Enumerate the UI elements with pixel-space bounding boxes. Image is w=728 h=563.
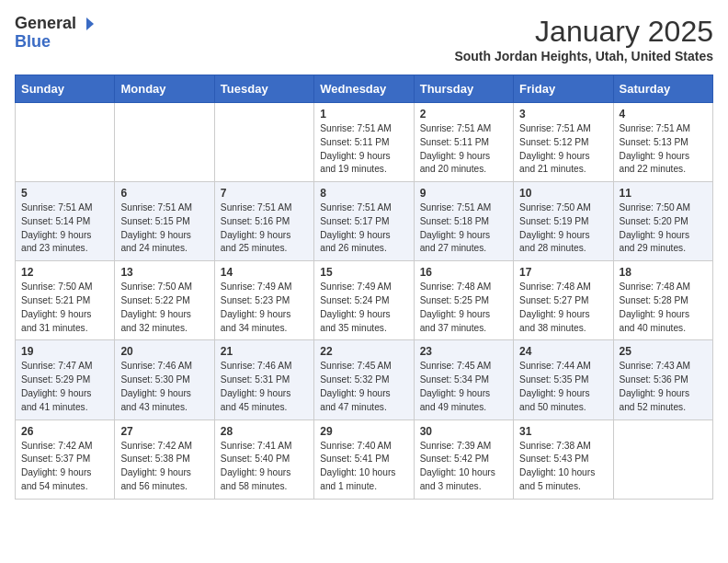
day-number: 11 — [620, 187, 707, 200]
day-number: 5 — [21, 187, 108, 200]
day-info: Sunrise: 7:50 AMSunset: 5:22 PMDaylight:… — [120, 281, 208, 335]
calendar-cell: 18Sunrise: 7:48 AMSunset: 5:28 PMDayligh… — [613, 261, 712, 340]
day-info: Sunrise: 7:38 AMSunset: 5:43 PMDaylight:… — [519, 440, 607, 494]
calendar-cell: 25Sunrise: 7:43 AMSunset: 5:36 PMDayligh… — [613, 340, 712, 419]
day-number: 17 — [519, 266, 607, 279]
day-info: Sunrise: 7:42 AMSunset: 5:38 PMDaylight:… — [120, 440, 208, 494]
calendar-cell: 2Sunrise: 7:51 AMSunset: 5:11 PMDaylight… — [414, 103, 513, 182]
day-info: Sunrise: 7:51 AMSunset: 5:17 PMDaylight:… — [320, 201, 407, 256]
weekday-header-wednesday: Wednesday — [314, 75, 414, 103]
location-subtitle: South Jordan Heights, Utah, United State… — [454, 49, 713, 63]
day-info: Sunrise: 7:49 AMSunset: 5:23 PMDaylight:… — [221, 281, 308, 335]
day-info: Sunrise: 7:45 AMSunset: 5:32 PMDaylight:… — [320, 360, 407, 414]
day-number: 1 — [320, 108, 407, 121]
day-number: 14 — [221, 266, 308, 279]
day-number: 26 — [21, 425, 108, 438]
day-info: Sunrise: 7:51 AMSunset: 5:16 PMDaylight:… — [221, 201, 308, 256]
calendar-cell: 23Sunrise: 7:45 AMSunset: 5:34 PMDayligh… — [414, 340, 513, 419]
day-number: 23 — [420, 345, 507, 358]
day-number: 9 — [420, 187, 507, 200]
calendar-cell: 11Sunrise: 7:50 AMSunset: 5:20 PMDayligh… — [613, 182, 712, 261]
calendar-cell: 16Sunrise: 7:48 AMSunset: 5:25 PMDayligh… — [414, 261, 513, 340]
day-number: 16 — [420, 266, 507, 279]
day-number: 24 — [519, 345, 607, 358]
calendar-cell: 9Sunrise: 7:51 AMSunset: 5:18 PMDaylight… — [414, 182, 513, 261]
day-info: Sunrise: 7:47 AMSunset: 5:29 PMDaylight:… — [21, 360, 108, 414]
day-number: 12 — [21, 266, 108, 279]
calendar-cell: 20Sunrise: 7:46 AMSunset: 5:30 PMDayligh… — [115, 340, 214, 419]
day-number: 6 — [120, 187, 208, 200]
day-number: 30 — [420, 425, 507, 438]
day-number: 22 — [320, 345, 407, 358]
day-number: 3 — [519, 108, 607, 121]
day-info: Sunrise: 7:51 AMSunset: 5:13 PMDaylight:… — [620, 122, 707, 177]
logo-general: General — [15, 15, 76, 33]
weekday-header-thursday: Thursday — [414, 75, 513, 103]
day-info: Sunrise: 7:42 AMSunset: 5:37 PMDaylight:… — [21, 440, 108, 494]
calendar-cell: 12Sunrise: 7:50 AMSunset: 5:21 PMDayligh… — [16, 261, 115, 340]
day-info: Sunrise: 7:48 AMSunset: 5:28 PMDaylight:… — [620, 281, 707, 335]
page-header: General Blue January 2025 South Jordan H… — [15, 15, 713, 63]
calendar-cell: 7Sunrise: 7:51 AMSunset: 5:16 PMDaylight… — [214, 182, 313, 261]
day-number: 25 — [620, 345, 707, 358]
calendar-cell: 15Sunrise: 7:49 AMSunset: 5:24 PMDayligh… — [314, 261, 414, 340]
calendar-cell: 5Sunrise: 7:51 AMSunset: 5:14 PMDaylight… — [16, 182, 115, 261]
weekday-header-tuesday: Tuesday — [214, 75, 313, 103]
calendar-cell: 27Sunrise: 7:42 AMSunset: 5:38 PMDayligh… — [115, 419, 214, 499]
calendar-cell: 30Sunrise: 7:39 AMSunset: 5:42 PMDayligh… — [414, 419, 513, 499]
calendar-cell: 31Sunrise: 7:38 AMSunset: 5:43 PMDayligh… — [514, 419, 613, 499]
day-number: 18 — [620, 266, 707, 279]
day-info: Sunrise: 7:50 AMSunset: 5:19 PMDaylight:… — [519, 201, 607, 256]
day-info: Sunrise: 7:40 AMSunset: 5:41 PMDaylight:… — [320, 440, 407, 494]
calendar-cell: 6Sunrise: 7:51 AMSunset: 5:15 PMDaylight… — [115, 182, 214, 261]
calendar-cell: 29Sunrise: 7:40 AMSunset: 5:41 PMDayligh… — [314, 419, 414, 499]
calendar-cell: 22Sunrise: 7:45 AMSunset: 5:32 PMDayligh… — [314, 340, 414, 419]
day-info: Sunrise: 7:50 AMSunset: 5:21 PMDaylight:… — [21, 281, 108, 335]
day-info: Sunrise: 7:43 AMSunset: 5:36 PMDaylight:… — [620, 360, 707, 414]
weekday-header-monday: Monday — [115, 75, 214, 103]
calendar-cell: 10Sunrise: 7:50 AMSunset: 5:19 PMDayligh… — [514, 182, 613, 261]
day-number: 31 — [519, 425, 607, 438]
day-number: 21 — [221, 345, 308, 358]
calendar-week-row: 19Sunrise: 7:47 AMSunset: 5:29 PMDayligh… — [16, 340, 713, 419]
logo-icon — [78, 16, 95, 32]
calendar-week-row: 1Sunrise: 7:51 AMSunset: 5:11 PMDaylight… — [16, 103, 713, 182]
calendar-cell: 1Sunrise: 7:51 AMSunset: 5:11 PMDaylight… — [314, 103, 414, 182]
calendar-cell: 8Sunrise: 7:51 AMSunset: 5:17 PMDaylight… — [314, 182, 414, 261]
day-info: Sunrise: 7:45 AMSunset: 5:34 PMDaylight:… — [420, 360, 507, 414]
day-number: 2 — [420, 108, 507, 121]
calendar-cell: 21Sunrise: 7:46 AMSunset: 5:31 PMDayligh… — [214, 340, 313, 419]
calendar-cell — [115, 103, 214, 182]
calendar-cell — [16, 103, 115, 182]
day-info: Sunrise: 7:41 AMSunset: 5:40 PMDaylight:… — [221, 440, 308, 494]
day-number: 7 — [221, 187, 308, 200]
day-info: Sunrise: 7:51 AMSunset: 5:11 PMDaylight:… — [320, 122, 407, 177]
weekday-header-saturday: Saturday — [613, 75, 712, 103]
calendar-cell: 19Sunrise: 7:47 AMSunset: 5:29 PMDayligh… — [16, 340, 115, 419]
day-number: 29 — [320, 425, 407, 438]
day-info: Sunrise: 7:39 AMSunset: 5:42 PMDaylight:… — [420, 440, 507, 494]
svg-marker-0 — [86, 17, 94, 30]
calendar-cell: 13Sunrise: 7:50 AMSunset: 5:22 PMDayligh… — [115, 261, 214, 340]
calendar-week-row: 5Sunrise: 7:51 AMSunset: 5:14 PMDaylight… — [16, 182, 713, 261]
calendar-cell: 28Sunrise: 7:41 AMSunset: 5:40 PMDayligh… — [214, 419, 313, 499]
day-number: 8 — [320, 187, 407, 200]
calendar-table: SundayMondayTuesdayWednesdayThursdayFrid… — [15, 75, 713, 500]
month-title: January 2025 — [454, 15, 713, 49]
weekday-header-friday: Friday — [514, 75, 613, 103]
day-number: 20 — [120, 345, 208, 358]
day-number: 27 — [120, 425, 208, 438]
calendar-cell: 14Sunrise: 7:49 AMSunset: 5:23 PMDayligh… — [214, 261, 313, 340]
day-info: Sunrise: 7:51 AMSunset: 5:12 PMDaylight:… — [519, 122, 607, 177]
day-info: Sunrise: 7:51 AMSunset: 5:11 PMDaylight:… — [420, 122, 507, 177]
calendar-week-row: 26Sunrise: 7:42 AMSunset: 5:37 PMDayligh… — [16, 419, 713, 499]
calendar-cell — [613, 419, 712, 499]
day-info: Sunrise: 7:50 AMSunset: 5:20 PMDaylight:… — [620, 201, 707, 256]
day-info: Sunrise: 7:51 AMSunset: 5:18 PMDaylight:… — [420, 201, 507, 256]
weekday-header-sunday: Sunday — [16, 75, 115, 103]
day-number: 28 — [221, 425, 308, 438]
day-info: Sunrise: 7:44 AMSunset: 5:35 PMDaylight:… — [519, 360, 607, 414]
day-number: 4 — [620, 108, 707, 121]
day-info: Sunrise: 7:48 AMSunset: 5:25 PMDaylight:… — [420, 281, 507, 335]
day-info: Sunrise: 7:48 AMSunset: 5:27 PMDaylight:… — [519, 281, 607, 335]
